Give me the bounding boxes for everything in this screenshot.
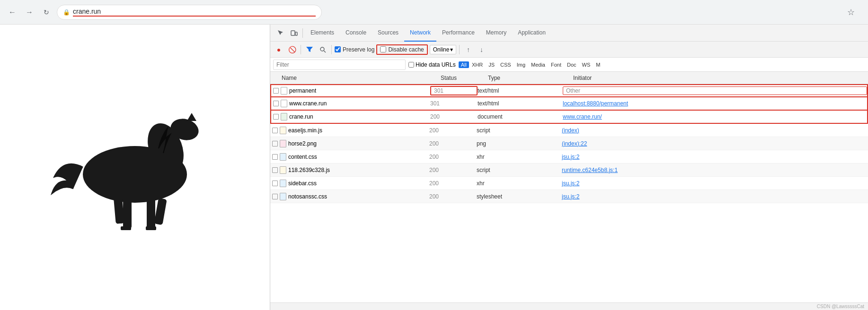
online-dropdown-icon: ▾ xyxy=(450,46,453,53)
filter-tag-media[interactable]: Media xyxy=(528,61,548,68)
devtools-panel: Elements Console Sources Network Perform… xyxy=(270,25,868,310)
preserve-log-label[interactable]: Preserve log xyxy=(335,46,374,53)
clear-button[interactable]: 🚫 xyxy=(286,44,298,55)
cell-name: 118.2639c328.js xyxy=(270,166,429,174)
tab-network[interactable]: Network xyxy=(404,25,436,42)
col-header-initiator: Initiator xyxy=(573,75,868,81)
hide-data-urls-label[interactable]: Hide data URLs xyxy=(408,61,456,68)
download-button[interactable]: ↓ xyxy=(476,44,487,55)
cell-initiator[interactable]: runtime.c624e5b8.js:1 xyxy=(562,167,868,173)
cell-name: horse2.png xyxy=(270,140,429,147)
table-row[interactable]: crane.run 200 document www.crane.run/ xyxy=(270,111,868,124)
row-checkbox xyxy=(272,154,278,160)
record-button[interactable]: ● xyxy=(273,44,284,55)
watermark: CSDN @LawsssssCat xyxy=(270,302,868,310)
file-icon xyxy=(281,100,287,107)
address-box[interactable]: 🔒 crane.run xyxy=(57,5,322,20)
disable-cache-box[interactable]: Disable cache xyxy=(376,44,427,55)
bookmark-icon[interactable]: ☆ xyxy=(847,7,862,17)
filter-tag-ws[interactable]: WS xyxy=(579,61,593,68)
hide-data-urls-checkbox[interactable] xyxy=(408,62,414,68)
online-select[interactable]: Online ▾ xyxy=(430,45,457,54)
row-checkbox-area xyxy=(270,141,280,146)
filter-tag-font[interactable]: Font xyxy=(548,61,564,68)
cell-name: crane.run xyxy=(271,113,430,121)
filter-tag-xhr[interactable]: XHR xyxy=(469,61,486,68)
filter-tag-all[interactable]: All xyxy=(459,61,469,68)
preserve-log-checkbox[interactable] xyxy=(335,46,341,52)
upload-button[interactable]: ↑ xyxy=(462,44,474,55)
address-bar-row: ← → ↻ 🔒 crane.run ☆ xyxy=(0,0,868,25)
cell-initiator[interactable]: jsu.js:2 xyxy=(562,193,868,200)
table-row[interactable]: sidebar.css 200 xhr jsu.js:2 xyxy=(270,177,868,190)
filter-button[interactable] xyxy=(304,44,315,55)
row-checkbox-area xyxy=(271,101,281,106)
cell-type: text/html xyxy=(478,87,563,94)
cell-status: 200 xyxy=(429,180,477,187)
cell-name-text: notosanssc.css xyxy=(288,193,327,200)
col-header-type: Type xyxy=(488,75,573,81)
row-checkbox-area xyxy=(270,167,280,173)
preserve-log-text: Preserve log xyxy=(343,46,374,53)
file-icon xyxy=(280,153,286,161)
table-row[interactable]: permanent 301 text/html Other xyxy=(270,84,868,97)
back-button[interactable]: ← xyxy=(6,6,19,19)
filter-tag-img[interactable]: Img xyxy=(514,61,528,68)
svg-rect-9 xyxy=(121,226,131,230)
device-toggle-icon[interactable] xyxy=(287,26,301,40)
tab-separator xyxy=(302,28,303,38)
cell-initiator[interactable]: jsu.js:2 xyxy=(562,154,868,160)
forward-button[interactable]: → xyxy=(23,6,36,19)
disable-cache-checkbox[interactable] xyxy=(380,46,386,52)
tab-application[interactable]: Application xyxy=(512,25,551,42)
cell-type: text/html xyxy=(478,100,563,107)
svg-rect-7 xyxy=(123,198,132,229)
file-icon xyxy=(280,127,286,134)
row-checkbox-area xyxy=(271,88,281,94)
filter-tag-css[interactable]: CSS xyxy=(497,61,514,68)
cell-status: 200 xyxy=(429,193,477,200)
tab-memory[interactable]: Memory xyxy=(480,25,512,42)
reload-button[interactable]: ↻ xyxy=(40,6,53,19)
table-row[interactable]: easeljs.min.js 200 script (index) xyxy=(270,124,868,137)
row-checkbox-area xyxy=(270,194,280,199)
table-header: Name Status Type Initiator xyxy=(270,72,868,84)
cell-initiator[interactable]: localhost:8880/permanent xyxy=(563,100,867,107)
cell-status: 200 xyxy=(429,127,477,134)
svg-rect-11 xyxy=(291,31,295,35)
tab-elements[interactable]: Elements xyxy=(305,25,340,42)
cell-initiator[interactable]: www.crane.run/ xyxy=(563,113,867,120)
tab-console[interactable]: Console xyxy=(340,25,372,42)
filter-tag-doc[interactable]: Doc xyxy=(564,61,579,68)
cell-name-text: www.crane.run xyxy=(289,100,327,107)
cell-name-text: content.css xyxy=(288,154,317,160)
online-label: Online xyxy=(433,46,450,53)
cell-status: 200 xyxy=(430,113,478,120)
cell-type: xhr xyxy=(477,154,562,160)
svg-line-14 xyxy=(324,51,326,52)
table-row[interactable]: content.css 200 xhr jsu.js:2 xyxy=(270,150,868,164)
table-row[interactable]: horse2.png 200 png (index):22 xyxy=(270,137,868,150)
cell-initiator[interactable]: (index) xyxy=(562,127,868,134)
tab-sources[interactable]: Sources xyxy=(372,25,404,42)
devtools-toolbar: ● 🚫 Preserve log Disable cache xyxy=(270,42,868,58)
webpage-area xyxy=(0,25,270,310)
toolbar-separator-3 xyxy=(459,45,460,54)
table-row[interactable]: www.crane.run 301 text/html localhost:88… xyxy=(270,97,868,111)
disable-cache-label: Disable cache xyxy=(388,46,424,53)
filter-tag-js[interactable]: JS xyxy=(486,61,497,68)
element-picker-icon[interactable] xyxy=(274,26,287,40)
cell-initiator[interactable]: (index):22 xyxy=(562,140,868,147)
tab-performance[interactable]: Performance xyxy=(436,25,480,42)
cell-initiator[interactable]: jsu.js:2 xyxy=(562,180,868,187)
cell-type: script xyxy=(477,127,562,134)
filter-input[interactable] xyxy=(273,60,406,70)
filter-tags: All XHR JS CSS Img Media Font Doc WS M xyxy=(459,61,603,68)
table-row[interactable]: 118.2639c328.js 200 script runtime.c624e… xyxy=(270,164,868,177)
svg-point-13 xyxy=(320,47,324,51)
table-row[interactable]: notosanssc.css 200 stylesheet jsu.js:2 xyxy=(270,190,868,203)
cell-type: stylesheet xyxy=(477,193,562,200)
search-button[interactable] xyxy=(317,44,328,55)
filter-tag-m[interactable]: M xyxy=(593,61,603,68)
svg-rect-4 xyxy=(147,198,155,229)
